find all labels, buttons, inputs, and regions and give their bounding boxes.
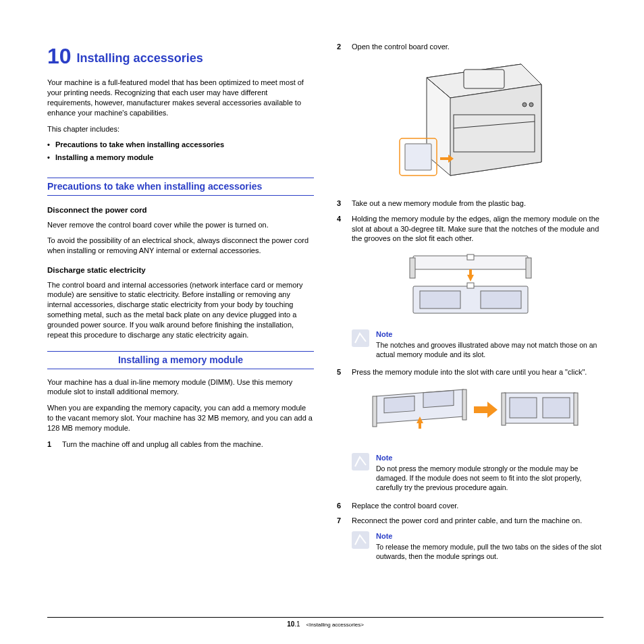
svg-point-7 [522, 103, 527, 107]
figure-printer [337, 57, 603, 189]
svg-rect-5 [454, 115, 535, 152]
figure-memory-align [337, 249, 603, 320]
page-footer: 10.1 <Installing accessories> [47, 617, 603, 629]
chapter-title-text: Installing accessories [77, 51, 203, 65]
footer-page-sub: .1 [294, 620, 300, 628]
svg-rect-31 [543, 398, 570, 418]
chapter-title: 10 Installing accessories [47, 42, 314, 71]
svg-rect-10 [405, 144, 431, 170]
note-icon [352, 531, 369, 549]
step-number-3: 3 [337, 198, 352, 209]
svg-rect-32 [502, 393, 506, 425]
svg-rect-15 [467, 254, 474, 260]
note-2-text: Do not press the memory module strongly … [376, 464, 603, 493]
svg-rect-14 [526, 258, 531, 278]
svg-rect-33 [574, 393, 578, 425]
subheading-static: Discharge static electricity [47, 265, 314, 276]
step-5: Press the memory module into the slot wi… [352, 367, 603, 377]
footer-chapter-num: 10 [287, 620, 294, 628]
precautions-p1: Never remove the control board cover whi… [47, 220, 314, 230]
note-label: Note [376, 453, 603, 463]
note-1-text: The notches and grooves illustrated abov… [376, 340, 603, 359]
svg-rect-18 [481, 291, 521, 308]
note-label: Note [376, 329, 603, 340]
svg-marker-20 [467, 269, 474, 281]
svg-rect-35 [352, 531, 369, 549]
svg-rect-26 [462, 390, 466, 420]
svg-rect-19 [467, 283, 474, 288]
step-2: Open the control board cover. [352, 42, 603, 52]
step-number-7: 7 [337, 516, 352, 526]
includes-item: Installing a memory module [47, 153, 314, 163]
includes-list: Precautions to take when installing acce… [47, 140, 314, 163]
note-icon [352, 453, 369, 471]
step-number-6: 6 [337, 501, 352, 511]
step-3: Take out a new memory module from the pl… [352, 198, 603, 209]
figure-memory-insert [337, 383, 603, 444]
svg-point-8 [529, 103, 533, 107]
note-label: Note [376, 531, 603, 541]
svg-rect-25 [373, 396, 377, 427]
step-7: Reconnect the power cord and printer cab… [352, 516, 603, 526]
step-number-5: 5 [337, 367, 352, 377]
note-3: Note To release the memory module, pull … [337, 531, 603, 561]
install-p1: Your machine has a dual in-line memory m… [47, 377, 314, 398]
step-6: Replace the control board cover. [352, 501, 603, 511]
note-3-text: To release the memory module, pull the t… [376, 542, 603, 561]
note-icon [352, 329, 369, 347]
note-2: Note Do not press the memory module stro… [337, 453, 603, 492]
includes-item: Precautions to take when installing acce… [47, 140, 314, 150]
svg-rect-4 [464, 70, 504, 88]
section-heading-precautions: Precautions to take when installing acce… [47, 178, 314, 196]
includes-label: This chapter includes: [47, 124, 314, 134]
step-1: Turn the machine off and unplug all cabl… [62, 439, 314, 450]
step-number-2: 2 [337, 42, 352, 52]
svg-rect-24 [423, 391, 454, 408]
chapter-number: 10 [47, 44, 72, 68]
subheading-disconnect: Disconnect the power cord [47, 205, 314, 216]
step-number-4: 4 [337, 214, 352, 244]
svg-rect-13 [410, 258, 415, 278]
svg-marker-28 [474, 402, 498, 418]
svg-rect-23 [384, 396, 414, 413]
svg-rect-17 [420, 291, 460, 308]
step-4: Holding the memory module by the edges, … [352, 214, 603, 244]
note-1: Note The notches and grooves illustrated… [337, 329, 603, 359]
static-p1: The control board and internal accessori… [47, 280, 314, 340]
svg-rect-34 [352, 453, 369, 471]
svg-rect-21 [352, 329, 369, 347]
step-number-1: 1 [47, 439, 62, 450]
footer-chapter-name: <Installing accessories> [306, 622, 363, 628]
install-p2: When you are expanding the memory capaci… [47, 403, 314, 433]
intro-paragraph: Your machine is a full-featured model th… [47, 78, 314, 117]
precautions-p2: To avoid the possibility of an electrica… [47, 236, 314, 256]
svg-rect-30 [510, 398, 537, 418]
section-heading-install: Installing a memory module [47, 351, 314, 369]
